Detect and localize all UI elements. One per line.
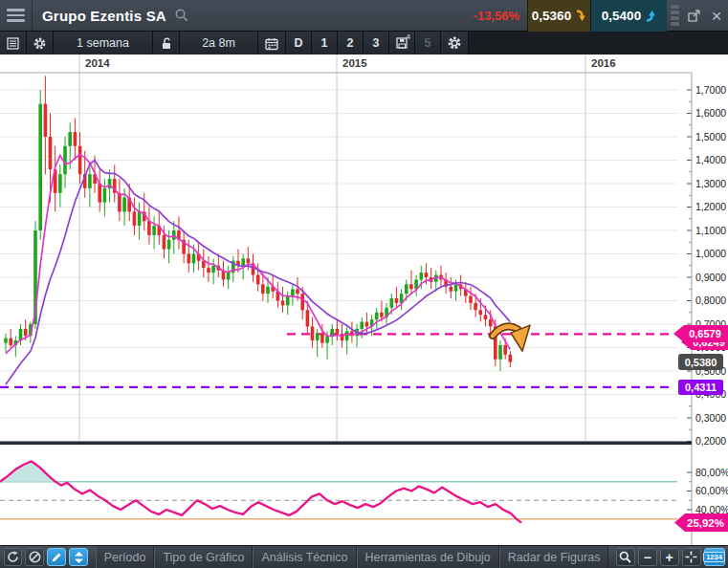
price-badge-support: 0,4311 [678,380,723,395]
hamburger-icon [7,9,25,11]
buy-price-value: 0,5400 [602,9,641,23]
menu-herramientas-de-dibujo[interactable]: Herramientas de Dibujo [357,546,499,568]
save-superscript: 4 [407,33,410,41]
svg-text:1,4000: 1,4000 [695,154,726,165]
main-menu-button[interactable] [0,0,33,32]
svg-text:0,2000: 0,2000 [695,435,726,447]
menu-radar-de-figuras[interactable]: Radar de Figuras [499,546,609,568]
layout-1-button[interactable]: 1 [312,32,338,55]
menu-analisis-tecnico[interactable]: Análisis Técnico [253,546,356,568]
chart-area: 1,70001,60001,50001,40001,30001,20001,10… [0,55,728,545]
menu-periodo[interactable]: Período [96,546,155,568]
chart-settings-button[interactable] [441,32,469,55]
app-titlebar: Grupo Ezentis SA -13,56% 0,5360 0,5400 × [0,0,728,32]
search-icon[interactable] [174,8,189,23]
gear-icon [33,36,47,51]
magnifier-icon [618,550,632,564]
sell-price-button[interactable]: 0,5360 [527,0,590,32]
reorder-button[interactable] [69,548,88,566]
zoom-in-button[interactable]: + [660,548,679,566]
svg-text:1,5000: 1,5000 [695,131,726,142]
menu-tipo-de-grafico[interactable]: Tipo de Gráfico [154,546,253,568]
lock-scale-button[interactable] [153,32,180,55]
svg-text:0,8000: 0,8000 [695,295,726,306]
price-up-arrow-icon [645,10,656,22]
list-icon [6,36,20,51]
close-icon: × [711,7,721,25]
price-badge-resistance: 0,6579 [673,325,728,342]
range-select[interactable]: 2a 8m [180,32,258,55]
svg-text:0,3000: 0,3000 [695,412,726,424]
orderbook-button[interactable] [0,32,27,55]
refresh-icon [6,550,20,564]
calendar-button[interactable] [258,32,286,55]
crosshair-button[interactable] [682,548,701,566]
layout-3-button[interactable]: 3 [364,32,389,55]
svg-text:40,00%: 40,00% [695,504,728,515]
chart-toolbar: 1 semana 2a 8m D 1 2 3 4 5 [0,32,728,55]
bottom-toolbar: Período Tipo de Gráfico Análisis Técnico… [0,545,728,568]
svg-text:60,00%: 60,00% [695,485,728,496]
svg-text:1,2000: 1,2000 [695,201,726,212]
svg-text:0,9000: 0,9000 [695,272,726,283]
plus-icon: + [666,551,673,564]
change-percent: -13,56% [474,9,519,23]
svg-text:1,6000: 1,6000 [695,107,726,119]
unlock-icon [159,36,173,51]
price-down-arrow-icon [575,10,586,22]
svg-text:1,0000: 1,0000 [695,248,726,259]
updown-icon [73,551,85,564]
layout-2-button[interactable]: 2 [338,32,364,55]
svg-text:2015: 2015 [342,57,367,69]
gear-icon-2 [447,35,462,51]
svg-text:2016: 2016 [591,57,616,69]
calendar-icon [264,36,279,51]
no-entry-icon [28,550,42,564]
timeframe-select[interactable]: 1 semana [54,32,153,55]
tf-daily-button[interactable]: D [286,32,312,55]
restore-icon [687,9,701,23]
instrument-title: Grupo Ezentis SA [42,8,166,24]
pencil-icon [50,551,63,564]
disable-drawing-button[interactable] [25,548,44,566]
minus-icon: − [644,551,651,564]
svg-text:80,00%: 80,00% [695,467,728,478]
svg-text:1,7000: 1,7000 [695,84,726,96]
restore-window-button[interactable] [682,0,705,32]
drag-grip[interactable] [667,0,682,32]
svg-text:1,1000: 1,1000 [695,225,726,236]
toolbar-empty-area [469,32,728,55]
zoom-search-button[interactable] [616,548,635,566]
sync-button[interactable] [4,548,23,566]
rsi-value-badge: 25,92% [674,513,728,532]
buy-price-button[interactable]: 0,5400 [590,0,667,32]
draw-button[interactable] [47,548,66,566]
price-display-button[interactable]: 1234 [704,548,725,566]
svg-text:2014: 2014 [85,57,110,69]
crosshair-icon [684,550,698,564]
last-price-badge: 0,5380 [678,354,723,370]
close-button[interactable]: × [705,0,728,32]
layout-5-button[interactable]: 5 [415,32,441,55]
numbers-icon: 1234 [703,552,725,563]
indicator-settings-button[interactable] [27,32,54,55]
svg-text:1,3000: 1,3000 [695,178,726,189]
save-layout-button[interactable]: 4 [389,32,415,55]
sell-price-value: 0,5360 [532,9,571,23]
zoom-out-button[interactable]: − [638,548,657,566]
bottom-menus: Período Tipo de Gráfico Análisis Técnico… [96,546,609,568]
